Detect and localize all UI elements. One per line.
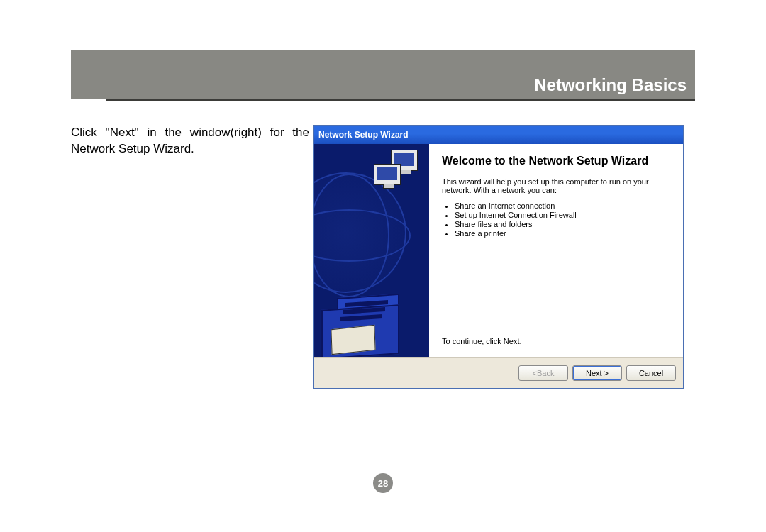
- wizard-content: Welcome to the Network Setup Wizard This…: [429, 144, 683, 357]
- list-item: Share an Internet connection: [455, 201, 670, 210]
- computers-icon: [374, 150, 423, 189]
- wizard-sidebar-graphic: [314, 144, 429, 357]
- content-row: Click "Next" in the window(right) for th…: [71, 125, 695, 389]
- list-item: Set up Internet Connection Firewall: [455, 211, 670, 219]
- list-item: Share a printer: [455, 229, 670, 238]
- document-page: Networking Basics Click "Next" in the wi…: [71, 50, 695, 389]
- page-number-badge: 28: [373, 473, 393, 493]
- wizard-button-row: < Back Next > Cancel: [314, 357, 683, 388]
- back-underline: B: [537, 369, 542, 377]
- titlebar-text: Network Setup Wizard: [318, 130, 409, 140]
- wizard-intro-text: This wizard will help you set up this co…: [442, 177, 670, 194]
- next-underline: N: [586, 369, 592, 377]
- wizard-body: Welcome to the Network Setup Wizard This…: [314, 144, 683, 357]
- printer-icon: [321, 279, 413, 357]
- back-rest: ack: [542, 369, 554, 377]
- globe-icon: [314, 172, 406, 293]
- section-header: Networking Basics: [71, 50, 695, 106]
- header-underline: [106, 99, 695, 101]
- network-setup-wizard-window: Network Setup Wizard: [313, 125, 684, 389]
- wizard-continue-text: To continue, click Next.: [442, 337, 670, 345]
- instruction-text: Click "Next" in the window(right) for th…: [71, 125, 309, 157]
- back-button: < Back: [518, 365, 568, 381]
- titlebar: Network Setup Wizard: [314, 126, 683, 144]
- cancel-button[interactable]: Cancel: [626, 365, 676, 381]
- wizard-feature-list: Share an Internet connection Set up Inte…: [455, 201, 670, 238]
- wizard-heading: Welcome to the Network Setup Wizard: [442, 154, 670, 167]
- list-item: Share files and folders: [455, 220, 670, 228]
- page-number: 28: [378, 478, 388, 489]
- section-title: Networking Basics: [534, 75, 687, 95]
- next-button[interactable]: Next >: [572, 365, 622, 381]
- next-rest: ext >: [592, 369, 609, 377]
- cancel-label: Cancel: [639, 369, 663, 377]
